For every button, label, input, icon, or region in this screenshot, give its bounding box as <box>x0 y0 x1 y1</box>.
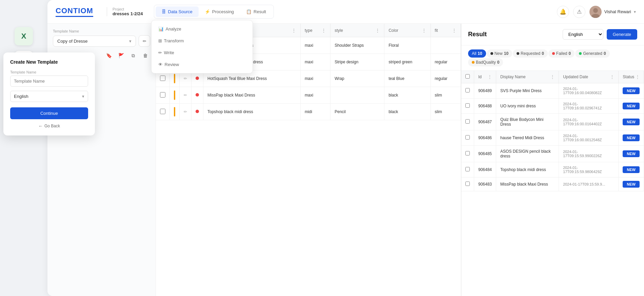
row-color-2: striped green <box>384 54 430 70</box>
generate-button[interactable]: Generate <box>607 29 637 40</box>
row-checkbox-3[interactable] <box>160 76 165 81</box>
logo: CONTIOM <box>56 6 93 17</box>
res-checkbox-1[interactable] <box>465 88 470 92</box>
copy-btn[interactable]: ⧉ <box>128 51 138 60</box>
avatar-svg <box>589 6 602 18</box>
go-back-link[interactable]: ← Go Back <box>10 123 88 129</box>
res-id-1: 906489 <box>474 83 496 99</box>
sub-tab-analyze[interactable]: 📊 Analyze <box>152 23 253 35</box>
filter-tab-failed[interactable]: Failed 0 <box>548 49 575 58</box>
col-fit-menu[interactable]: ⋮ <box>452 28 457 33</box>
row-color-1: Floral <box>384 37 430 54</box>
edit-icon-4[interactable]: ✏ <box>184 93 187 98</box>
res-checkbox-3[interactable] <box>465 119 470 124</box>
nav-tab-result[interactable]: 📋 Result <box>240 6 272 17</box>
col-style-menu[interactable]: ⋮ <box>375 28 380 33</box>
create-template-card: Create New Template Template Name Englis… <box>3 52 95 135</box>
sub-nav-dropdown: 📊 Analyze ⊞ Transform ✏ Write 👁 Review <box>151 20 253 73</box>
res-checkbox-4[interactable] <box>465 135 470 140</box>
res-col-status: Status ⋮ <box>619 71 644 83</box>
res-col-id: Id ⋮ <box>474 71 496 83</box>
user-info[interactable]: Vishal Rewari ▾ <box>589 6 636 18</box>
col-product-menu[interactable]: ⋮ <box>291 28 296 33</box>
transform-label: Transform <box>164 38 184 43</box>
sub-tab-review[interactable]: 👁 Review <box>152 59 253 70</box>
res-checkbox-2[interactable] <box>465 103 470 108</box>
review-label: Review <box>165 62 179 67</box>
res-status-4: NEW <box>619 130 644 146</box>
res-id-2: 906488 <box>474 99 496 114</box>
row-marker-5 <box>170 104 180 120</box>
row-style-1: Shoulder Straps <box>330 37 384 54</box>
bookmark-btn[interactable]: 🔖 <box>104 51 114 60</box>
flag-btn[interactable]: 🚩 <box>116 51 126 60</box>
display-name-col-options[interactable]: ⋮ <box>550 75 555 79</box>
row-checkbox-5[interactable] <box>160 109 165 114</box>
result-table-wrapper: Id ⋮ Display Name ⋮ <box>461 71 644 296</box>
row-type-2: maxi <box>300 54 330 70</box>
res-name-3: Quiz Blue Bodycon Mini Dress <box>496 114 559 130</box>
continue-button[interactable]: Continue <box>10 107 88 119</box>
res-checkbox-7[interactable] <box>465 182 470 186</box>
new-badge-5[interactable]: NEW <box>623 150 640 157</box>
write-icon: ✏ <box>158 50 162 55</box>
new-badge-3[interactable]: NEW <box>623 119 640 125</box>
result-label: Result <box>254 9 266 14</box>
edit-icon-3[interactable]: ✏ <box>184 76 187 81</box>
create-template-title: Create New Template <box>10 59 88 65</box>
id-col-options[interactable]: ⋮ <box>488 75 492 79</box>
res-checkbox-5[interactable] <box>465 151 470 155</box>
orange-marker-3 <box>174 74 175 83</box>
res-date-2: 2024-01-17T09:16:00.0296741Z <box>559 99 619 114</box>
sub-tab-write[interactable]: ✏ Write <box>152 47 253 59</box>
table-row: ✏ Topshop black midi dress midi Pencil b… <box>156 104 461 120</box>
datasource-label: Data Source <box>168 9 193 14</box>
filter-tab-requested[interactable]: Requested 0 <box>513 49 548 58</box>
new-badge-6[interactable]: NEW <box>623 166 640 173</box>
col-color-menu[interactable]: ⋮ <box>422 28 426 33</box>
result-row: 906486 hause Tiered Midi Dress 2024-01-1… <box>461 130 644 146</box>
all-label: All <box>472 51 476 56</box>
new-badge-7[interactable]: NEW <box>623 181 640 188</box>
delete-btn[interactable]: 🗑 <box>141 51 150 60</box>
new-badge-1[interactable]: NEW <box>623 87 640 94</box>
row-style-4 <box>330 87 384 104</box>
edit-icon-5[interactable]: ✏ <box>184 109 187 114</box>
language-dropdown-arrow: ▾ <box>82 94 84 99</box>
orange-marker-5 <box>174 107 175 117</box>
res-date-4: 2024-01-17T09:16:00.0012548Z <box>559 130 619 146</box>
project-label: Project <box>113 7 143 11</box>
edit-template-btn[interactable]: ✏ <box>139 35 150 47</box>
sub-tab-transform[interactable]: ⊞ Transform <box>152 35 253 47</box>
status-col-options[interactable]: ⋮ <box>636 75 640 79</box>
template-select[interactable]: Copy of Dresse ▾ <box>53 36 136 47</box>
language-dropdown[interactable]: English ▾ <box>10 91 88 102</box>
nav-tab-datasource[interactable]: 🗄 Data Source <box>156 6 199 17</box>
result-icon: 📋 <box>246 9 251 14</box>
filter-tab-all[interactable]: All 10 <box>468 49 486 58</box>
row-checkbox-4[interactable] <box>160 92 165 98</box>
result-select-all[interactable] <box>465 74 470 79</box>
new-count: 10 <box>504 51 508 56</box>
nav-tab-processing[interactable]: ⚡ Processing <box>199 6 240 17</box>
res-checkbox-6[interactable] <box>465 167 470 171</box>
filter-tab-new[interactable]: New 10 <box>487 49 512 58</box>
new-badge-4[interactable]: NEW <box>623 134 640 141</box>
filter-tab-generated[interactable]: Generated 0 <box>575 49 609 58</box>
content: Template Name Copy of Dresse ▾ ✏ ▾ 🔖 <box>47 24 644 296</box>
col-type-menu[interactable]: ⋮ <box>321 28 326 33</box>
row-status-5 <box>192 104 203 120</box>
main-card: CONTIOM Project dresses 1-2/24 🗄 Data So… <box>47 0 644 296</box>
new-badge-2[interactable]: NEW <box>623 103 640 109</box>
notification-btn[interactable]: 🔔 <box>557 6 569 18</box>
res-name-7: MissPap black Maxi Dress <box>496 177 559 191</box>
form-template-name-input[interactable] <box>10 76 88 87</box>
sidebar-icon-excel[interactable]: X <box>15 27 33 45</box>
updated-date-col-options[interactable]: ⋮ <box>610 75 614 79</box>
filter-tab-badquality[interactable]: BadQuality 0 <box>468 58 503 66</box>
language-select[interactable]: English <box>563 29 603 40</box>
res-status-1: NEW <box>619 83 644 99</box>
failed-count: 0 <box>569 51 571 56</box>
warning-btn[interactable]: ⚠ <box>573 6 585 18</box>
warning-icon: ⚠ <box>577 8 582 15</box>
